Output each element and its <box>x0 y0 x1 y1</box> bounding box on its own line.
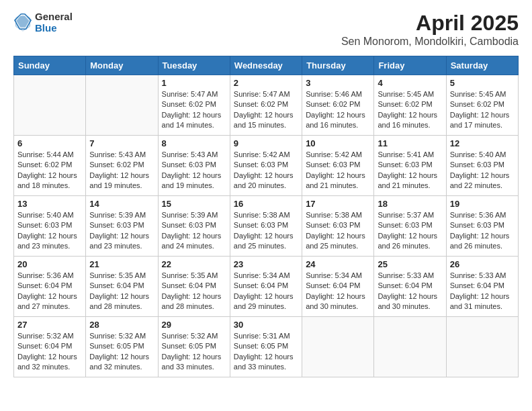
cell-info: Sunrise: 5:47 AMSunset: 6:02 PMDaylight:… <box>162 89 226 131</box>
calendar-cell: 8Sunrise: 5:43 AMSunset: 6:03 PMDaylight… <box>158 136 230 196</box>
logo-icon <box>13 13 32 32</box>
calendar-cell: 16Sunrise: 5:38 AMSunset: 6:03 PMDayligh… <box>230 196 302 257</box>
calendar-cell <box>302 317 374 377</box>
day-number: 4 <box>378 78 442 88</box>
calendar-cell: 3Sunrise: 5:46 AMSunset: 6:02 PMDaylight… <box>302 75 374 136</box>
week-row-1: 1Sunrise: 5:47 AMSunset: 6:02 PMDaylight… <box>14 75 519 136</box>
cell-info: Sunrise: 5:39 AMSunset: 6:03 PMDaylight:… <box>162 210 226 252</box>
day-number: 20 <box>17 259 82 269</box>
cell-info: Sunrise: 5:45 AMSunset: 6:02 PMDaylight:… <box>378 89 442 131</box>
day-header-thursday: Thursday <box>302 56 374 75</box>
calendar-cell: 20Sunrise: 5:36 AMSunset: 6:04 PMDayligh… <box>14 257 86 317</box>
calendar-cell: 1Sunrise: 5:47 AMSunset: 6:02 PMDaylight… <box>158 75 230 136</box>
day-number: 14 <box>89 199 154 209</box>
day-number: 22 <box>162 259 226 269</box>
day-number: 25 <box>378 259 442 269</box>
day-number: 28 <box>89 320 154 330</box>
page: General Blue April 2025 Sen Monorom, Mon… <box>0 0 532 388</box>
location-title: Sen Monorom, Mondolkiri, Cambodia <box>341 36 519 48</box>
day-number: 21 <box>89 259 154 269</box>
header: General Blue April 2025 Sen Monorom, Mon… <box>13 11 519 48</box>
calendar-cell <box>86 75 158 136</box>
calendar-cell: 29Sunrise: 5:32 AMSunset: 6:05 PMDayligh… <box>158 317 230 377</box>
calendar-cell: 23Sunrise: 5:34 AMSunset: 6:04 PMDayligh… <box>230 257 302 317</box>
day-number: 19 <box>450 199 515 209</box>
calendar-cell: 9Sunrise: 5:42 AMSunset: 6:03 PMDaylight… <box>230 136 302 196</box>
day-header-saturday: Saturday <box>446 56 518 75</box>
cell-info: Sunrise: 5:38 AMSunset: 6:03 PMDaylight:… <box>234 210 298 252</box>
day-number: 9 <box>234 138 298 148</box>
day-header-tuesday: Tuesday <box>158 56 230 75</box>
calendar-cell: 21Sunrise: 5:35 AMSunset: 6:04 PMDayligh… <box>86 257 158 317</box>
cell-info: Sunrise: 5:31 AMSunset: 6:05 PMDaylight:… <box>234 331 298 373</box>
day-number: 27 <box>17 320 82 330</box>
cell-info: Sunrise: 5:42 AMSunset: 6:03 PMDaylight:… <box>234 150 298 191</box>
day-number: 18 <box>378 199 442 209</box>
cell-info: Sunrise: 5:41 AMSunset: 6:03 PMDaylight:… <box>378 150 442 191</box>
cell-info: Sunrise: 5:33 AMSunset: 6:04 PMDaylight:… <box>378 271 442 312</box>
day-header-monday: Monday <box>86 56 158 75</box>
day-number: 30 <box>234 320 298 330</box>
calendar-cell: 15Sunrise: 5:39 AMSunset: 6:03 PMDayligh… <box>158 196 230 257</box>
cell-info: Sunrise: 5:35 AMSunset: 6:04 PMDaylight:… <box>162 271 226 312</box>
logo: General Blue <box>13 11 73 34</box>
calendar-cell: 26Sunrise: 5:33 AMSunset: 6:04 PMDayligh… <box>446 257 518 317</box>
calendar-cell: 12Sunrise: 5:40 AMSunset: 6:03 PMDayligh… <box>446 136 518 196</box>
cell-info: Sunrise: 5:39 AMSunset: 6:03 PMDaylight:… <box>89 210 154 252</box>
cell-info: Sunrise: 5:37 AMSunset: 6:03 PMDaylight:… <box>378 210 442 252</box>
cell-info: Sunrise: 5:43 AMSunset: 6:02 PMDaylight:… <box>89 150 154 191</box>
calendar-cell: 19Sunrise: 5:36 AMSunset: 6:03 PMDayligh… <box>446 196 518 257</box>
calendar-cell <box>14 75 86 136</box>
week-row-3: 13Sunrise: 5:40 AMSunset: 6:03 PMDayligh… <box>14 196 519 257</box>
cell-info: Sunrise: 5:46 AMSunset: 6:02 PMDaylight:… <box>306 89 370 131</box>
cell-info: Sunrise: 5:32 AMSunset: 6:05 PMDaylight:… <box>89 331 154 373</box>
day-number: 13 <box>17 199 82 209</box>
cell-info: Sunrise: 5:38 AMSunset: 6:03 PMDaylight:… <box>306 210 370 252</box>
cell-info: Sunrise: 5:32 AMSunset: 6:05 PMDaylight:… <box>162 331 226 373</box>
calendar-cell: 25Sunrise: 5:33 AMSunset: 6:04 PMDayligh… <box>374 257 446 317</box>
day-number: 8 <box>162 138 226 148</box>
calendar-cell: 7Sunrise: 5:43 AMSunset: 6:02 PMDaylight… <box>86 136 158 196</box>
cell-info: Sunrise: 5:33 AMSunset: 6:04 PMDaylight:… <box>450 271 515 312</box>
cell-info: Sunrise: 5:36 AMSunset: 6:03 PMDaylight:… <box>450 210 515 252</box>
logo-blue-text: Blue <box>35 22 73 34</box>
calendar-cell: 28Sunrise: 5:32 AMSunset: 6:05 PMDayligh… <box>86 317 158 377</box>
day-number: 6 <box>17 138 82 148</box>
calendar-cell: 30Sunrise: 5:31 AMSunset: 6:05 PMDayligh… <box>230 317 302 377</box>
week-row-5: 27Sunrise: 5:32 AMSunset: 6:04 PMDayligh… <box>14 317 519 377</box>
calendar-cell: 10Sunrise: 5:42 AMSunset: 6:03 PMDayligh… <box>302 136 374 196</box>
week-row-2: 6Sunrise: 5:44 AMSunset: 6:02 PMDaylight… <box>14 136 519 196</box>
calendar-cell: 13Sunrise: 5:40 AMSunset: 6:03 PMDayligh… <box>14 196 86 257</box>
calendar-cell: 24Sunrise: 5:34 AMSunset: 6:04 PMDayligh… <box>302 257 374 317</box>
day-number: 2 <box>234 78 298 88</box>
calendar-cell: 27Sunrise: 5:32 AMSunset: 6:04 PMDayligh… <box>14 317 86 377</box>
day-header-sunday: Sunday <box>14 56 86 75</box>
day-header-friday: Friday <box>374 56 446 75</box>
calendar-cell: 18Sunrise: 5:37 AMSunset: 6:03 PMDayligh… <box>374 196 446 257</box>
calendar-cell: 6Sunrise: 5:44 AMSunset: 6:02 PMDaylight… <box>14 136 86 196</box>
day-number: 26 <box>450 259 515 269</box>
cell-info: Sunrise: 5:45 AMSunset: 6:02 PMDaylight:… <box>450 89 515 131</box>
cell-info: Sunrise: 5:32 AMSunset: 6:04 PMDaylight:… <box>17 331 82 373</box>
title-section: April 2025 Sen Monorom, Mondolkiri, Camb… <box>341 11 519 48</box>
day-number: 29 <box>162 320 226 330</box>
calendar-cell: 11Sunrise: 5:41 AMSunset: 6:03 PMDayligh… <box>374 136 446 196</box>
calendar-cell <box>446 317 518 377</box>
day-number: 11 <box>378 138 442 148</box>
cell-info: Sunrise: 5:36 AMSunset: 6:04 PMDaylight:… <box>17 271 82 312</box>
cell-info: Sunrise: 5:34 AMSunset: 6:04 PMDaylight:… <box>234 271 298 312</box>
day-number: 5 <box>450 78 515 88</box>
day-number: 10 <box>306 138 370 148</box>
day-number: 23 <box>234 259 298 269</box>
day-header-wednesday: Wednesday <box>230 56 302 75</box>
cell-info: Sunrise: 5:47 AMSunset: 6:02 PMDaylight:… <box>234 89 298 131</box>
week-row-4: 20Sunrise: 5:36 AMSunset: 6:04 PMDayligh… <box>14 257 519 317</box>
calendar-cell: 14Sunrise: 5:39 AMSunset: 6:03 PMDayligh… <box>86 196 158 257</box>
calendar-cell <box>374 317 446 377</box>
logo-text: General Blue <box>35 11 73 34</box>
cell-info: Sunrise: 5:42 AMSunset: 6:03 PMDaylight:… <box>306 150 370 191</box>
day-number: 3 <box>306 78 370 88</box>
calendar-cell: 2Sunrise: 5:47 AMSunset: 6:02 PMDaylight… <box>230 75 302 136</box>
month-title: April 2025 <box>341 11 519 36</box>
calendar-cell: 4Sunrise: 5:45 AMSunset: 6:02 PMDaylight… <box>374 75 446 136</box>
